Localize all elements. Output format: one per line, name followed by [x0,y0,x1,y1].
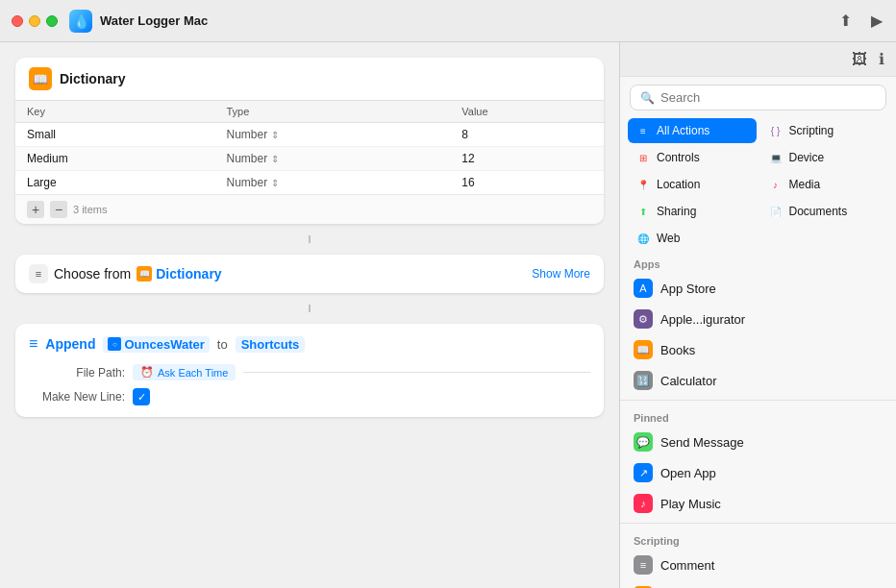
media-label: Media [789,178,821,191]
divider-1 [620,400,896,401]
append-form: File Path: ⏰ Ask Each Time Make New Line… [29,364,590,405]
app-store-label: App Store [660,282,716,296]
apple-configurator-icon: ⚙ [634,309,653,329]
action-item-play-music[interactable]: ♪Play Music [620,488,896,519]
calculator-icon: 🔢 [634,371,653,390]
to-label: to [217,337,228,352]
window-title: Water Logger Mac [100,13,837,28]
controls-icon: ⊞ [635,150,651,165]
input-ref-badge: ○ OuncesWater [103,336,209,353]
file-path-row: File Path: ⏰ Ask Each Time [29,364,590,380]
workflow-panel: 📖 Dictionary Key Type Value Small Number… [0,42,619,588]
action-item-apple-configurator[interactable]: ⚙Apple...igurator [620,304,896,334]
web-label: Web [657,232,680,245]
choose-ref: 📖 Dictionary [137,266,221,282]
search-bar: 🔍 [630,85,886,110]
append-icon: ≡ [29,335,37,353]
make-new-line-label: Make New Line: [29,390,125,404]
minimize-button[interactable] [29,15,40,27]
play-button[interactable]: ▶ [869,10,884,32]
share-button[interactable]: ⬆ [837,10,854,32]
make-new-line-checkbox[interactable]: ✓ [133,388,150,405]
ask-each-time-badge[interactable]: ⏰ Ask Each Time [133,364,236,380]
category-grid: ≡All Actions{ }Scripting⊞Controls💻Device… [620,118,896,251]
sidebar-item-all-actions[interactable]: ≡All Actions [628,118,757,143]
ask-icon: ⏰ [140,366,154,379]
sharing-icon: ⬆ [635,204,651,219]
scripting-label: Scripting [789,124,834,137]
add-to-workflow-button[interactable]: 🖼 [852,50,867,68]
append-header: ≡ Append ○ OuncesWater to Shortcuts [29,335,590,353]
open-app-label: Open App [660,466,716,480]
all-actions-label: All Actions [657,124,709,137]
sidebar-item-device[interactable]: 💻Device [760,145,889,170]
sidebar-item-web[interactable]: 🌐Web [628,226,757,251]
section-pinned-label: Pinned [620,404,896,427]
documents-label: Documents [789,205,848,218]
action-item-app-store[interactable]: AApp Store [620,273,896,304]
dictionary-card: 📖 Dictionary Key Type Value Small Number… [15,58,604,224]
traffic-lights [12,15,58,27]
open-app-icon: ↗ [634,463,653,482]
titlebar-actions: ⬆ ▶ [837,10,884,32]
action-item-send-message[interactable]: 💬Send Message [620,427,896,457]
append-card: ≡ Append ○ OuncesWater to Shortcuts File… [15,324,604,417]
col-value: Value [450,101,604,123]
choose-icon: ≡ [29,264,48,283]
web-icon: 🌐 [635,231,651,246]
search-input[interactable] [660,90,876,105]
col-type: Type [214,101,450,123]
section-scripting-label: Scripting [620,527,896,550]
choose-label: ≡ Choose from 📖 Dictionary [29,264,222,283]
cell-value: 16 [450,171,604,195]
media-icon: ♪ [768,177,784,192]
sidebar-item-controls[interactable]: ⊞Controls [628,145,757,170]
divider-2 [620,523,896,524]
action-item-open-app[interactable]: ↗Open App [620,457,896,488]
output-ref-badge: Shortcuts [236,336,306,353]
app-store-icon: A [634,279,653,298]
action-item-books[interactable]: 📖Books [620,334,896,365]
sidebar-item-documents[interactable]: 📄Documents [760,199,889,224]
maximize-button[interactable] [46,15,58,27]
file-path-label: File Path: [29,366,125,380]
books-icon: 📖 [634,340,653,359]
append-action-label: Append [45,336,95,352]
controls-label: Controls [657,151,700,164]
calculator-label: Calculator [660,374,717,388]
sidebar-item-media[interactable]: ♪Media [760,172,889,197]
choose-ref-icon: 📖 [137,266,152,282]
send-message-icon: 💬 [634,432,653,452]
action-item-comment[interactable]: ≡Comment [620,550,896,580]
action-item-calculator[interactable]: 🔢Calculator [620,365,896,396]
sidebar-item-location[interactable]: 📍Location [628,172,757,197]
remove-row-button[interactable]: − [50,201,67,218]
play-music-label: Play Music [660,497,721,511]
choose-prefix: Choose from [54,266,131,282]
cell-key: Large [15,171,214,195]
search-icon: 🔍 [640,91,655,105]
connector-1 [15,235,604,243]
choose-from-card: ≡ Choose from 📖 Dictionary Show More [15,255,604,293]
cell-value: 12 [450,147,604,171]
location-icon: 📍 [635,177,651,192]
comment-icon: ≡ [634,555,653,575]
all-actions-icon: ≡ [635,123,651,138]
table-row: Medium Number ⇕ 12 [15,147,604,171]
make-new-line-row: Make New Line: ✓ [29,388,590,405]
action-item-show-result[interactable]: !Show Result [620,580,896,588]
table-row: Small Number ⇕ 8 [15,123,604,147]
sidebar-header: 🖼 ℹ [620,42,896,77]
form-line [243,372,590,373]
sidebar-item-sharing[interactable]: ⬆Sharing [628,199,757,224]
show-more-button[interactable]: Show More [532,267,590,281]
cell-type: Number ⇕ [214,171,450,195]
add-row-button[interactable]: + [27,201,44,218]
info-button[interactable]: ℹ [879,50,884,68]
sidebar-item-scripting[interactable]: { }Scripting [760,118,889,143]
documents-icon: 📄 [768,204,784,219]
books-label: Books [660,343,695,357]
close-button[interactable] [12,15,23,27]
scripting-icon: { } [768,123,784,138]
sidebar-scroll: Apps AApp Store⚙Apple...igurator📖Books🔢C… [620,251,896,588]
